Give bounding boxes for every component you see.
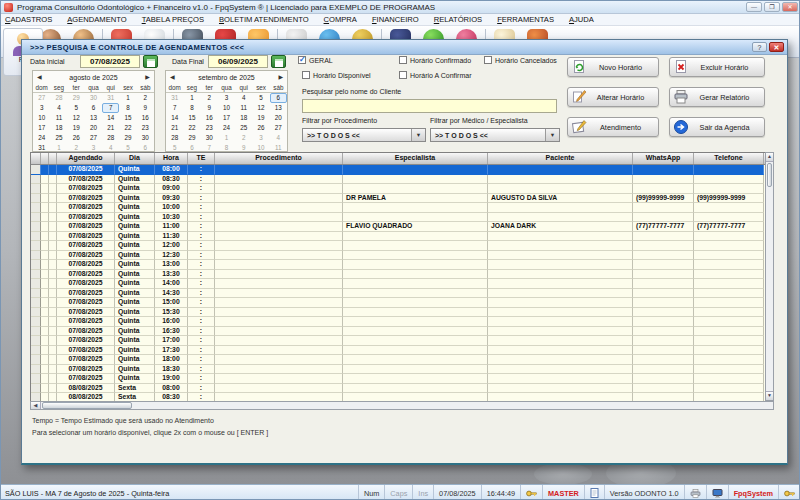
calendar-day[interactable]: 2 <box>137 93 154 103</box>
table-row[interactable]: 07/08/2025Quinta08:30: <box>31 175 766 185</box>
horizontal-scrollbar[interactable]: ◀ <box>30 401 774 410</box>
calendar-day[interactable]: 10 <box>218 103 235 113</box>
table-row[interactable]: 07/08/2025Quinta17:00: <box>31 336 766 346</box>
calendar-day[interactable]: 25 <box>235 123 252 133</box>
table-row[interactable]: 07/08/2025Quinta17:30: <box>31 346 766 356</box>
restore-button[interactable]: ❐ <box>764 2 780 12</box>
search-input[interactable] <box>302 99 557 113</box>
calendar-day[interactable]: 4 <box>270 133 287 143</box>
calendar-day[interactable]: 31 <box>166 93 183 103</box>
date-end-field[interactable]: 06/09/2025 <box>208 55 268 68</box>
alterar-horario-button[interactable]: Alterar Horário <box>567 87 659 107</box>
row-selector-cell[interactable] <box>31 346 41 356</box>
scroll-up-icon[interactable]: ▲ <box>766 153 773 162</box>
calendar-day[interactable]: 24 <box>33 133 50 143</box>
calendar-day[interactable]: 15 <box>183 113 200 123</box>
calendar-day[interactable]: 17 <box>218 113 235 123</box>
calendar-day[interactable]: 22 <box>119 123 136 133</box>
table-column-header[interactable]: WhatsApp <box>633 153 694 164</box>
menu-item-financeiro[interactable]: FINANCEIRO <box>372 15 419 24</box>
dialog-titlebar[interactable]: >>> PESQUISA E CONTROLE DE AGENDAMENTOS … <box>22 40 787 55</box>
row-selector-cell[interactable] <box>31 194 41 204</box>
calendar-day[interactable]: 30 <box>85 93 102 103</box>
calendar-day[interactable]: 14 <box>102 113 119 123</box>
table-row[interactable]: 07/08/2025Quinta10:30: <box>31 213 766 223</box>
table-row[interactable]: 07/08/2025Quinta11:00:FLAVIO QUADRADOJOA… <box>31 222 766 232</box>
calendar-day[interactable]: 16 <box>201 113 218 123</box>
vertical-scrollbar[interactable]: ▲ ▼ <box>765 152 774 401</box>
calendar-day[interactable]: 30 <box>137 133 154 143</box>
calendar-day[interactable]: 5 <box>68 103 85 113</box>
menu-item-boletim-atendimento[interactable]: BOLETIM ATENDIMENTO <box>219 15 309 24</box>
calendar-day[interactable]: 16 <box>137 113 154 123</box>
table-row[interactable]: 07/08/2025Quinta18:30: <box>31 365 766 375</box>
table-row[interactable]: 07/08/2025Quinta12:30: <box>31 251 766 261</box>
table-row[interactable]: 07/08/2025Quinta08:00: <box>31 165 766 175</box>
calendar-day[interactable]: 2 <box>201 93 218 103</box>
calendar-day[interactable]: 15 <box>119 113 136 123</box>
row-selector-cell[interactable] <box>31 279 41 289</box>
calendar-day[interactable]: 29 <box>183 133 200 143</box>
calendar-day[interactable]: 20 <box>85 123 102 133</box>
calendar-day[interactable]: 13 <box>270 103 287 113</box>
row-selector-cell[interactable] <box>31 222 41 232</box>
calendar-day[interactable]: 12 <box>252 103 269 113</box>
calendar-day[interactable]: 27 <box>33 93 50 103</box>
row-selector-cell[interactable] <box>31 327 41 337</box>
calendar-day[interactable]: 8 <box>119 103 136 113</box>
scrollbar-thumb[interactable] <box>767 163 772 187</box>
menu-item-tabela-pre-os[interactable]: TABELA PREÇOS <box>142 15 204 24</box>
calendar-day[interactable]: 28 <box>166 133 183 143</box>
calendar-day[interactable]: 27 <box>270 123 287 133</box>
row-selector-cell[interactable] <box>31 289 41 299</box>
calendar-prev-icon[interactable]: ◀ <box>170 72 175 82</box>
row-selector-cell[interactable] <box>31 308 41 318</box>
menu-item-ferramentas[interactable]: FERRAMENTAS <box>497 15 554 24</box>
calendar-day[interactable]: 1 <box>218 133 235 143</box>
menu-item-compra[interactable]: COMPRA <box>324 15 357 24</box>
calendar-day[interactable]: 19 <box>68 123 85 133</box>
table-row[interactable]: 07/08/2025Quinta16:00: <box>31 317 766 327</box>
calendar-day[interactable]: 17 <box>33 123 50 133</box>
calendar-day[interactable]: 6 <box>270 93 287 103</box>
calendar-day[interactable]: 9 <box>201 103 218 113</box>
calendar-day[interactable]: 21 <box>166 123 183 133</box>
table-row[interactable]: 07/08/2025Quinta19:00: <box>31 374 766 384</box>
calendar-next-icon[interactable]: ▶ <box>278 72 283 82</box>
row-selector-cell[interactable] <box>31 165 41 175</box>
date-start-picker-button[interactable] <box>143 55 158 68</box>
calendar-day[interactable]: 29 <box>119 133 136 143</box>
checkbox-horario-disponivel[interactable]: Horário Disponível <box>302 71 371 79</box>
checkbox-horario-a-confirmar[interactable]: Horário A Confirmar <box>399 71 471 79</box>
table-row[interactable]: 07/08/2025Quinta13:30: <box>31 270 766 280</box>
table-row[interactable]: 07/08/2025Quinta15:00: <box>31 298 766 308</box>
calendar-day[interactable]: 10 <box>33 113 50 123</box>
calendar-day[interactable]: 24 <box>218 123 235 133</box>
calendar-day[interactable]: 27 <box>85 133 102 143</box>
calendar-prev-icon[interactable]: ◀ <box>37 72 42 82</box>
sair-da-agenda-button[interactable]: Sair da Agenda <box>669 117 765 137</box>
calendar-day[interactable]: 26 <box>252 123 269 133</box>
calendar-day[interactable]: 1 <box>119 93 136 103</box>
menu-item-agendamento[interactable]: AGENDAMENTO <box>67 15 126 24</box>
calendar-day[interactable]: 14 <box>166 113 183 123</box>
row-selector-cell[interactable] <box>31 270 41 280</box>
table-row[interactable]: 07/08/2025Quinta18:00: <box>31 355 766 365</box>
row-selector-cell[interactable] <box>31 384 41 394</box>
filter-medico-select[interactable]: >> T O D O S << ▼ <box>430 128 560 142</box>
dialog-close-button[interactable]: ✕ <box>769 42 784 52</box>
row-selector-cell[interactable] <box>31 232 41 242</box>
calendar-day[interactable]: 22 <box>183 123 200 133</box>
row-selector-cell[interactable] <box>31 251 41 261</box>
table-row[interactable]: 07/08/2025Quinta13:00: <box>31 260 766 270</box>
close-button[interactable]: ✕ <box>782 2 798 12</box>
calendar-day[interactable]: 13 <box>85 113 102 123</box>
calendar-day[interactable]: 11 <box>235 103 252 113</box>
checkbox-horario-confirmado[interactable]: Horário Confirmado <box>399 56 471 64</box>
menu-item-relat-rios[interactable]: RELATÓRIOS <box>434 15 482 24</box>
table-column-header[interactable]: Paciente <box>488 153 633 164</box>
calendar-day[interactable]: 21 <box>102 123 119 133</box>
dialog-help-button[interactable]: ? <box>752 42 767 52</box>
scroll-left-icon[interactable]: ◀ <box>31 402 41 409</box>
table-column-header[interactable]: Hora <box>155 153 188 164</box>
